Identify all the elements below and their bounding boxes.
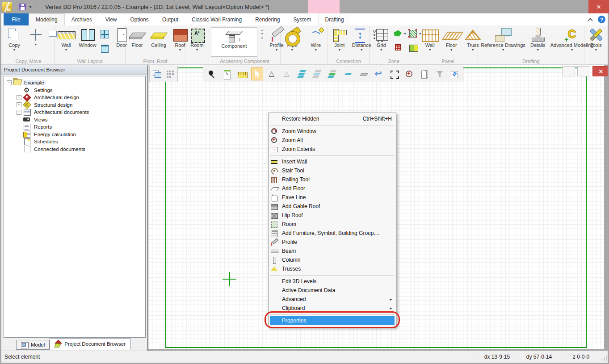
bottom-tab-project-document-browser[interactable]: Project Document Browser <box>50 338 130 350</box>
menu-item-zoom-extents[interactable]: Zoom Extents <box>269 145 395 154</box>
ruler-button[interactable] <box>236 67 248 80</box>
triangle-button[interactable] <box>266 67 278 80</box>
menu-item-restore-hidden[interactable]: Restore HiddenCtrl+Shift+H <box>269 114 395 123</box>
menu-item-railing-tool[interactable]: Railing Tool <box>269 175 395 184</box>
quick-access-dropdown[interactable]: ▾ <box>27 2 34 12</box>
reference-drawings-button[interactable]: Reference Drawings▾ <box>479 27 527 57</box>
menu-item-zoom-window[interactable]: Zoom Window <box>269 127 395 136</box>
minimize-button[interactable] <box>562 0 575 13</box>
tab-drafting[interactable]: Drafting <box>318 13 351 25</box>
undo-button[interactable] <box>373 67 385 80</box>
copy-button[interactable]: Copy▾ <box>4 27 25 57</box>
plus-expander-icon[interactable]: + <box>17 110 21 115</box>
help-button[interactable]: ? <box>598 16 605 23</box>
tile-windows-button[interactable] <box>164 67 176 80</box>
menu-item-edit-3d-levels[interactable]: Edit 3D Levels <box>269 277 395 286</box>
menu-item-add-gable-roof[interactable]: Add Gable Roof <box>269 202 395 211</box>
component-spinner[interactable]: ▴▾▾ <box>259 27 265 42</box>
tab-file[interactable]: File <box>4 13 29 25</box>
pipe-button[interactable]: Pipe▾ <box>282 27 302 57</box>
plus-expander-icon[interactable]: + <box>17 102 21 107</box>
distance-button[interactable]: Distance▾ <box>351 27 373 57</box>
prism-button[interactable] <box>418 67 430 80</box>
floor-button[interactable]: Floor▾ <box>441 27 462 57</box>
menu-item-insert-wall[interactable]: Insert Wall <box>269 157 395 166</box>
menu-item-label: Zoom All <box>282 137 392 143</box>
select-area-button[interactable] <box>388 67 400 80</box>
menu-item-beam[interactable]: Beam <box>269 247 395 255</box>
menu-item-add-floor[interactable]: Add Floor <box>269 184 395 193</box>
tree-item-architectural-documents[interactable]: +Architectural documents <box>5 109 144 116</box>
menu-item-active-document-data[interactable]: Active Document Data <box>269 286 395 295</box>
save-button[interactable] <box>18 2 27 12</box>
menu-item-profile[interactable]: Profile <box>269 238 395 247</box>
menu-item-column[interactable]: Column <box>269 255 395 264</box>
cascade-windows-button[interactable] <box>151 67 163 80</box>
tree-item-energy-calculation[interactable]: Energy calculation <box>5 131 144 138</box>
move-button[interactable]: ▾ <box>25 27 46 57</box>
grid-button[interactable]: Grid▾ <box>371 27 391 57</box>
tab-modeling[interactable]: Modeling <box>29 13 65 25</box>
tree-item-example[interactable]: −Example <box>5 79 144 87</box>
layers-mixed-button[interactable] <box>312 67 324 80</box>
layers-green-button[interactable] <box>327 67 339 80</box>
joint-button[interactable]: Joint▾ <box>329 27 350 57</box>
zone-building-button[interactable] <box>392 41 407 54</box>
menu-item-hip-roof[interactable]: Hip Roof <box>269 211 395 220</box>
tab-view[interactable]: View <box>99 13 124 25</box>
filter-button[interactable] <box>433 67 445 80</box>
bottom-tab-model[interactable]: Model <box>16 340 50 350</box>
plus-expander-icon[interactable]: + <box>17 95 21 100</box>
tree-item-views[interactable]: Views <box>5 116 144 124</box>
tree-item-schedules[interactable]: Schedules <box>5 138 144 146</box>
tree-item-structural-design[interactable]: +Structural design <box>5 101 144 109</box>
menu-item-eave-line[interactable]: Eave Line <box>269 193 395 202</box>
wall-button[interactable]: Wall▾ <box>420 27 440 57</box>
mdi-close-button[interactable]: × <box>592 66 609 76</box>
close-button[interactable]: × <box>588 0 609 13</box>
details-button[interactable]: Details▾ <box>528 27 548 57</box>
menu-item-trusses[interactable]: Trusses <box>269 264 395 273</box>
zone-polygon-button[interactable]: ▾ <box>392 27 407 41</box>
window-button[interactable]: Window <box>77 27 98 57</box>
select-cursor-button[interactable] <box>251 67 263 80</box>
export-view-button[interactable] <box>449 67 461 80</box>
tree-item-reports[interactable]: Reports <box>5 123 144 131</box>
window-small-button[interactable] <box>99 41 110 54</box>
tab-classic-wall-framing[interactable]: Classic Wall Framing <box>185 13 248 25</box>
wire-button[interactable]: Wire▾ <box>306 27 326 57</box>
layer-gray-button[interactable] <box>357 67 370 80</box>
menu-item-stair-tool[interactable]: Stair Tool <box>269 166 395 175</box>
layer-single-button[interactable] <box>342 67 354 80</box>
triangle-dashed-button[interactable] <box>281 67 294 80</box>
views-icon <box>23 116 31 123</box>
zoom-plus-button[interactable] <box>403 67 415 80</box>
mdi-restore-button[interactable] <box>577 66 590 76</box>
tab-options[interactable]: Options <box>124 13 155 25</box>
floor-button[interactable]: Floor <box>127 27 147 57</box>
tree-item-architectural-design[interactable]: +Architectural design <box>5 94 144 101</box>
tools-button[interactable]: Tools▾ <box>586 27 606 57</box>
tree-item-connected-documents[interactable]: Connected documents <box>5 146 144 153</box>
tree-item-settings[interactable]: Settings <box>5 87 144 94</box>
menu-item-room[interactable]: Room <box>269 220 395 229</box>
tab-rendering[interactable]: Rendering <box>248 13 286 25</box>
component-button[interactable]: Component <box>211 27 257 57</box>
menu-item-add-furniture-symbol-building-group[interactable]: Add Furniture, Symbol, Building Group,..… <box>269 229 395 238</box>
menu-item-zoom-all[interactable]: Zoom All <box>269 136 395 145</box>
window-grid-button[interactable] <box>99 27 110 41</box>
menu-item-advanced[interactable]: Advanced▸ <box>269 295 395 304</box>
mdi-minimize-button[interactable] <box>562 66 575 76</box>
tab-system[interactable]: System <box>287 13 318 25</box>
wall-button[interactable]: Wall▾ <box>56 27 76 57</box>
minus-expander-icon[interactable]: − <box>7 80 12 85</box>
ceiling-button[interactable]: Ceiling <box>148 27 169 57</box>
pin-button[interactable] <box>206 67 218 80</box>
tab-output[interactable]: Output <box>155 13 185 25</box>
tab-archives[interactable]: Archives <box>65 13 99 25</box>
room-button[interactable]: Room▾ <box>187 27 207 57</box>
maximize-button[interactable] <box>575 0 588 13</box>
layers-teal-button[interactable] <box>297 67 309 80</box>
ribbon-collapse-button[interactable] <box>586 16 594 24</box>
measure-button[interactable] <box>221 67 233 80</box>
